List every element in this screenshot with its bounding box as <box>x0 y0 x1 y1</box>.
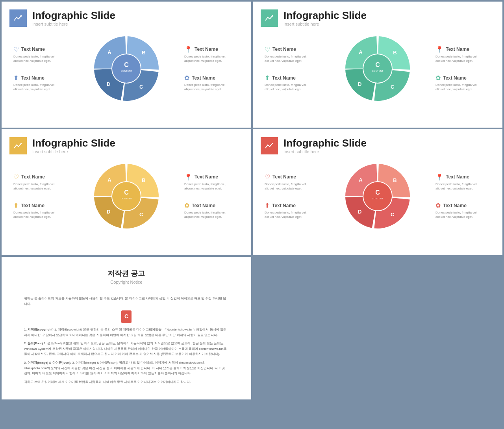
label-desc: Donec pede iusto, fringilla vel,aliquet … <box>435 54 491 63</box>
label-header: ⬆ Text Name <box>13 74 69 82</box>
label-upload: ⬆ Text Name Donec pede iusto, fringilla … <box>13 202 69 219</box>
slide-title: Infographic Slide <box>32 10 115 21</box>
upload-icon: ⬆ <box>265 202 270 209</box>
label-header: 📍 Text Name <box>435 46 491 53</box>
label-name: Text Name <box>446 174 469 180</box>
slide-subtitle: Insert subtitle here <box>32 149 115 154</box>
slide-subtitle: Insert subtitle here <box>284 149 367 154</box>
copyright-subtitle: Copyright Notice <box>24 280 229 284</box>
svg-text:B: B <box>393 50 397 56</box>
svg-text:A: A <box>107 177 111 183</box>
left-labels: ♡ Text Name Donec pede iusto, fringilla … <box>265 46 320 92</box>
svg-text:D: D <box>358 81 361 87</box>
slide-subtitle: Insert subtitle here <box>284 22 367 26</box>
label-heart: ♡ Text Name Donec pede iusto, fringilla … <box>13 173 69 191</box>
label-header: ⬆ Text Name <box>265 202 320 209</box>
slide-title-block: Infographic Slide Insert subtitle here <box>284 10 367 27</box>
label-name: Text Name <box>272 203 296 208</box>
right-labels: 📍 Text Name Donec pede iusto, fringilla … <box>184 173 239 219</box>
slide-header: Infographic Slide Insert subtitle here <box>9 9 243 27</box>
copyright-body: 귀하는 본 슬라이드의 자료를 사용하여 활동에 사용이 할 수도 있습니다. … <box>24 296 229 384</box>
donut-chart: ABCD C CONTENT <box>91 33 162 104</box>
label-header: ⬆ Text Name <box>13 202 69 209</box>
label-heart: ♡ Text Name Donec pede iusto, fringilla … <box>265 46 320 63</box>
slide-title-block: Infographic Slide Insert subtitle here <box>284 137 367 154</box>
label-name: Text Name <box>272 75 296 81</box>
donut-center-circle <box>363 54 392 83</box>
label-heart: ♡ Text Name Donec pede iusto, fringilla … <box>265 173 320 191</box>
donut-svg: ABCD C CONTENT <box>91 161 162 232</box>
slide-title: Infographic Slide <box>284 10 367 21</box>
slide-yellow: Infographic Slide Insert subtitle here ♡… <box>2 129 251 255</box>
chart-icon <box>265 141 274 150</box>
chart-icon <box>13 141 23 150</box>
chart-icon <box>13 13 23 23</box>
svg-text:B: B <box>142 50 145 56</box>
slide-number <box>261 137 278 154</box>
pin-icon: 📍 <box>184 173 192 181</box>
label-header: ✿ Text Name <box>184 202 239 209</box>
svg-text:A: A <box>107 49 111 55</box>
label-pin: 📍 Text Name Donec pede iusto, fringilla … <box>435 46 491 63</box>
upload-icon: ⬆ <box>13 202 19 209</box>
upload-icon: ⬆ <box>13 74 19 82</box>
label-name: Text Name <box>443 75 467 81</box>
svg-text:D: D <box>358 209 361 215</box>
label-header: ♡ Text Name <box>265 46 320 53</box>
flower-icon: ✿ <box>184 74 189 82</box>
label-desc: Donec pede iusto, fringilla vel,aliquet … <box>13 210 69 219</box>
label-upload: ⬆ Text Name Donec pede iusto, fringilla … <box>265 202 320 219</box>
donut-center-circle <box>112 54 141 83</box>
label-desc: Donec pede iusto, fringilla vel,aliquet … <box>265 210 320 219</box>
label-name: Text Name <box>443 203 467 208</box>
label-header: ✿ Text Name <box>435 74 491 82</box>
label-name: Text Name <box>21 75 44 81</box>
center-letter: C <box>124 189 129 196</box>
label-desc: Donec pede iusto, fringilla vel,aliquet … <box>13 83 69 91</box>
upload-icon: ⬆ <box>265 74 270 82</box>
copyright-logo: C <box>24 310 229 323</box>
flower-icon: ✿ <box>184 202 189 209</box>
svg-text:A: A <box>359 177 363 183</box>
divider <box>24 291 229 291</box>
slide-title: Infographic Slide <box>32 137 115 149</box>
donut-svg: ABCD C CONTENT <box>91 33 162 104</box>
label-name: Text Name <box>192 75 215 81</box>
label-desc: Donec pede iusto, fringilla vel,aliquet … <box>13 182 69 191</box>
center-text: CONTENT <box>372 197 384 200</box>
label-desc: Donec pede iusto, fringilla vel,aliquet … <box>435 182 491 191</box>
donut-center-circle <box>112 182 141 210</box>
svg-text:C: C <box>391 212 395 217</box>
donut-chart: ABCD C CONTENT <box>342 161 413 232</box>
label-desc: Donec pede iusto, fringilla vel,aliquet … <box>13 54 69 63</box>
center-letter: C <box>375 189 380 196</box>
label-name: Text Name <box>195 46 218 52</box>
center-text: CONTENT <box>121 70 132 72</box>
slide-title: Infographic Slide <box>284 137 367 149</box>
donut-svg: ABCD C CONTENT <box>342 33 413 104</box>
copyright-section2: 2. 폰트(Font) 2. 폰트(Font) 귀찮고 내드 및 다이오르, 원… <box>24 341 229 357</box>
slide-body: ♡ Text Name Donec pede iusto, fringilla … <box>9 33 243 104</box>
slide-body: ♡ Text Name Donec pede iusto, fringilla … <box>261 161 495 232</box>
center-letter: C <box>375 61 380 68</box>
label-name: Text Name <box>21 203 44 208</box>
label-header: ♡ Text Name <box>265 173 320 181</box>
label-upload: ⬆ Text Name Donec pede iusto, fringilla … <box>265 74 320 91</box>
svg-text:D: D <box>107 209 110 215</box>
label-header: ⬆ Text Name <box>265 74 320 82</box>
slide-title-block: Infographic Slide Insert subtitle here <box>32 10 115 27</box>
label-pin: 📍 Text Name Donec pede iusto, fringilla … <box>184 46 239 63</box>
svg-text:D: D <box>107 81 110 87</box>
heart-icon: ♡ <box>13 173 19 181</box>
label-heart: ♡ Text Name Donec pede iusto, fringilla … <box>13 46 69 63</box>
slide-green: Infographic Slide Insert subtitle here ♡… <box>253 2 502 128</box>
label-desc: Donec pede iusto, fringilla vel,aliquet … <box>265 182 320 191</box>
copyright-intro: 귀하는 본 슬라이드의 자료를 사용하여 활동에 사용이 할 수도 있습니다. … <box>24 296 229 306</box>
label-desc: Donec pede iusto, fringilla vel,aliquet … <box>184 210 239 219</box>
label-name: Text Name <box>21 174 45 180</box>
donut-svg: ABCD C CONTENT <box>342 161 413 232</box>
slide-body: ♡ Text Name Donec pede iusto, fringilla … <box>261 33 495 104</box>
right-labels: 📍 Text Name Donec pede iusto, fringilla … <box>184 46 239 92</box>
svg-text:B: B <box>393 177 397 183</box>
svg-text:A: A <box>359 49 363 55</box>
